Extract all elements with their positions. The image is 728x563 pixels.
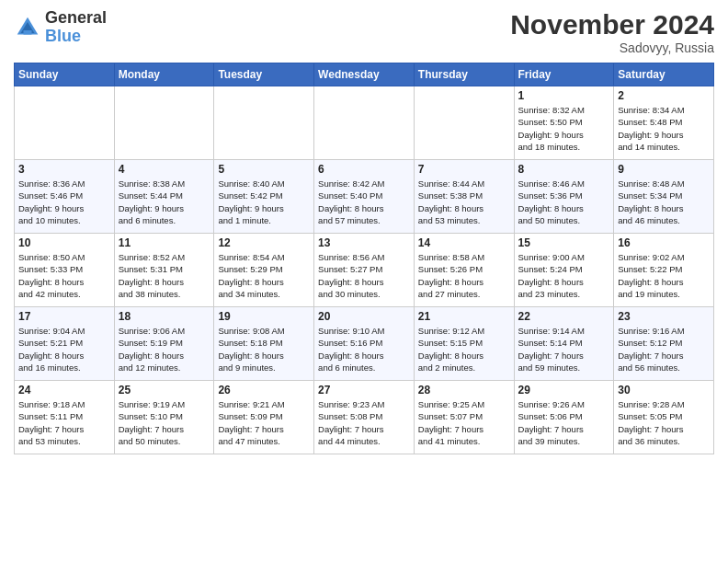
cell-info: Sunrise: 9:08 AM Sunset: 5:18 PM Dayligh… bbox=[218, 325, 310, 373]
cell-info: Sunrise: 8:54 AM Sunset: 5:29 PM Dayligh… bbox=[218, 251, 310, 300]
calendar-cell bbox=[15, 86, 115, 160]
calendar-cell: 20Sunrise: 9:10 AM Sunset: 5:16 PM Dayli… bbox=[314, 307, 415, 381]
cell-info: Sunrise: 8:46 AM Sunset: 5:36 PM Dayligh… bbox=[518, 178, 610, 226]
day-number: 24 bbox=[18, 384, 110, 396]
day-number: 11 bbox=[119, 236, 210, 249]
calendar-cell: 22Sunrise: 9:14 AM Sunset: 5:14 PM Dayli… bbox=[514, 307, 614, 381]
cell-info: Sunrise: 8:32 AM Sunset: 5:50 PM Dayligh… bbox=[518, 104, 610, 153]
cell-info: Sunrise: 9:06 AM Sunset: 5:19 PM Dayligh… bbox=[119, 325, 210, 373]
day-number: 18 bbox=[119, 310, 210, 323]
location: Sadovyy, Russia bbox=[510, 40, 714, 55]
day-number: 8 bbox=[518, 163, 610, 176]
cell-info: Sunrise: 9:25 AM Sunset: 5:07 PM Dayligh… bbox=[418, 398, 510, 447]
cell-info: Sunrise: 9:02 AM Sunset: 5:22 PM Dayligh… bbox=[618, 251, 710, 300]
logo: General Blue bbox=[14, 9, 107, 46]
day-number: 1 bbox=[518, 89, 610, 102]
day-number: 30 bbox=[618, 384, 710, 396]
cell-info: Sunrise: 9:12 AM Sunset: 5:15 PM Dayligh… bbox=[418, 325, 510, 373]
cell-info: Sunrise: 9:14 AM Sunset: 5:14 PM Dayligh… bbox=[518, 325, 610, 373]
calendar-cell: 10Sunrise: 8:50 AM Sunset: 5:33 PM Dayli… bbox=[15, 234, 115, 307]
calendar-cell bbox=[214, 86, 314, 160]
day-number: 16 bbox=[618, 236, 710, 249]
day-number: 14 bbox=[418, 236, 510, 249]
day-number: 29 bbox=[518, 384, 610, 396]
cell-info: Sunrise: 8:44 AM Sunset: 5:38 PM Dayligh… bbox=[418, 178, 510, 226]
calendar-cell: 1Sunrise: 8:32 AM Sunset: 5:50 PM Daylig… bbox=[514, 86, 614, 160]
calendar-week-row-2: 10Sunrise: 8:50 AM Sunset: 5:33 PM Dayli… bbox=[15, 234, 714, 307]
day-number: 4 bbox=[119, 163, 210, 176]
day-number: 20 bbox=[318, 310, 410, 323]
calendar-cell: 2Sunrise: 8:34 AM Sunset: 5:48 PM Daylig… bbox=[614, 86, 714, 160]
cell-info: Sunrise: 9:00 AM Sunset: 5:24 PM Dayligh… bbox=[518, 251, 610, 300]
col-sunday: Sunday bbox=[15, 63, 115, 86]
day-number: 28 bbox=[418, 384, 510, 396]
calendar-cell: 6Sunrise: 8:42 AM Sunset: 5:40 PM Daylig… bbox=[314, 160, 415, 234]
cell-info: Sunrise: 8:48 AM Sunset: 5:34 PM Dayligh… bbox=[618, 178, 710, 226]
calendar-cell: 21Sunrise: 9:12 AM Sunset: 5:15 PM Dayli… bbox=[414, 307, 514, 381]
calendar-cell: 30Sunrise: 9:28 AM Sunset: 5:05 PM Dayli… bbox=[614, 381, 714, 454]
calendar-cell: 12Sunrise: 8:54 AM Sunset: 5:29 PM Dayli… bbox=[214, 234, 314, 307]
calendar-cell: 23Sunrise: 9:16 AM Sunset: 5:12 PM Dayli… bbox=[614, 307, 714, 381]
day-number: 17 bbox=[18, 310, 110, 323]
day-number: 13 bbox=[318, 236, 410, 249]
day-number: 23 bbox=[618, 310, 710, 323]
day-number: 5 bbox=[218, 163, 310, 176]
col-monday: Monday bbox=[114, 63, 214, 86]
calendar-week-row-0: 1Sunrise: 8:32 AM Sunset: 5:50 PM Daylig… bbox=[15, 86, 714, 160]
cell-info: Sunrise: 9:23 AM Sunset: 5:08 PM Dayligh… bbox=[318, 398, 410, 447]
day-number: 10 bbox=[18, 236, 110, 249]
logo-text: General Blue bbox=[45, 9, 107, 46]
calendar-cell: 19Sunrise: 9:08 AM Sunset: 5:18 PM Dayli… bbox=[214, 307, 314, 381]
title-block: November 2024 Sadovyy, Russia bbox=[510, 9, 714, 55]
cell-info: Sunrise: 9:04 AM Sunset: 5:21 PM Dayligh… bbox=[18, 325, 110, 373]
col-saturday: Saturday bbox=[614, 63, 714, 86]
calendar-cell: 26Sunrise: 9:21 AM Sunset: 5:09 PM Dayli… bbox=[214, 381, 314, 454]
calendar-cell: 24Sunrise: 9:18 AM Sunset: 5:11 PM Dayli… bbox=[15, 381, 115, 454]
cell-info: Sunrise: 8:52 AM Sunset: 5:31 PM Dayligh… bbox=[119, 251, 210, 300]
calendar-cell: 27Sunrise: 9:23 AM Sunset: 5:08 PM Dayli… bbox=[314, 381, 415, 454]
day-number: 2 bbox=[618, 89, 710, 102]
page-container: General Blue November 2024 Sadovyy, Russ… bbox=[0, 0, 728, 464]
calendar-week-row-1: 3Sunrise: 8:36 AM Sunset: 5:46 PM Daylig… bbox=[15, 160, 714, 234]
cell-info: Sunrise: 9:28 AM Sunset: 5:05 PM Dayligh… bbox=[618, 398, 710, 447]
day-number: 9 bbox=[618, 163, 710, 176]
calendar-cell: 4Sunrise: 8:38 AM Sunset: 5:44 PM Daylig… bbox=[114, 160, 214, 234]
calendar-cell: 16Sunrise: 9:02 AM Sunset: 5:22 PM Dayli… bbox=[614, 234, 714, 307]
calendar-cell: 18Sunrise: 9:06 AM Sunset: 5:19 PM Dayli… bbox=[114, 307, 214, 381]
calendar-cell bbox=[114, 86, 214, 160]
calendar-cell bbox=[314, 86, 415, 160]
calendar-cell bbox=[414, 86, 514, 160]
calendar-cell: 14Sunrise: 8:58 AM Sunset: 5:26 PM Dayli… bbox=[414, 234, 514, 307]
calendar-cell: 25Sunrise: 9:19 AM Sunset: 5:10 PM Dayli… bbox=[114, 381, 214, 454]
calendar-cell: 7Sunrise: 8:44 AM Sunset: 5:38 PM Daylig… bbox=[414, 160, 514, 234]
logo-general: General bbox=[45, 9, 107, 28]
day-number: 6 bbox=[318, 163, 410, 176]
col-tuesday: Tuesday bbox=[214, 63, 314, 86]
calendar-cell: 5Sunrise: 8:40 AM Sunset: 5:42 PM Daylig… bbox=[214, 160, 314, 234]
calendar-cell: 13Sunrise: 8:56 AM Sunset: 5:27 PM Dayli… bbox=[314, 234, 415, 307]
logo-icon bbox=[14, 14, 41, 41]
cell-info: Sunrise: 9:16 AM Sunset: 5:12 PM Dayligh… bbox=[618, 325, 710, 373]
calendar-cell: 29Sunrise: 9:26 AM Sunset: 5:06 PM Dayli… bbox=[514, 381, 614, 454]
month-title: November 2024 bbox=[510, 9, 714, 40]
cell-info: Sunrise: 9:18 AM Sunset: 5:11 PM Dayligh… bbox=[18, 398, 110, 447]
cell-info: Sunrise: 9:26 AM Sunset: 5:06 PM Dayligh… bbox=[518, 398, 610, 447]
calendar-cell: 17Sunrise: 9:04 AM Sunset: 5:21 PM Dayli… bbox=[15, 307, 115, 381]
cell-info: Sunrise: 8:50 AM Sunset: 5:33 PM Dayligh… bbox=[18, 251, 110, 300]
day-number: 26 bbox=[218, 384, 310, 396]
calendar-cell: 9Sunrise: 8:48 AM Sunset: 5:34 PM Daylig… bbox=[614, 160, 714, 234]
calendar-week-row-3: 17Sunrise: 9:04 AM Sunset: 5:21 PM Dayli… bbox=[15, 307, 714, 381]
cell-info: Sunrise: 8:58 AM Sunset: 5:26 PM Dayligh… bbox=[418, 251, 510, 300]
day-number: 12 bbox=[218, 236, 310, 249]
day-number: 19 bbox=[218, 310, 310, 323]
cell-info: Sunrise: 8:56 AM Sunset: 5:27 PM Dayligh… bbox=[318, 251, 410, 300]
cell-info: Sunrise: 9:21 AM Sunset: 5:09 PM Dayligh… bbox=[218, 398, 310, 447]
day-number: 3 bbox=[18, 163, 110, 176]
calendar-cell: 15Sunrise: 9:00 AM Sunset: 5:24 PM Dayli… bbox=[514, 234, 614, 307]
cell-info: Sunrise: 9:10 AM Sunset: 5:16 PM Dayligh… bbox=[318, 325, 410, 373]
page-header: General Blue November 2024 Sadovyy, Russ… bbox=[14, 9, 714, 55]
calendar-header-row: Sunday Monday Tuesday Wednesday Thursday… bbox=[15, 63, 714, 86]
calendar-week-row-4: 24Sunrise: 9:18 AM Sunset: 5:11 PM Dayli… bbox=[15, 381, 714, 454]
day-number: 25 bbox=[119, 384, 210, 396]
col-friday: Friday bbox=[514, 63, 614, 86]
